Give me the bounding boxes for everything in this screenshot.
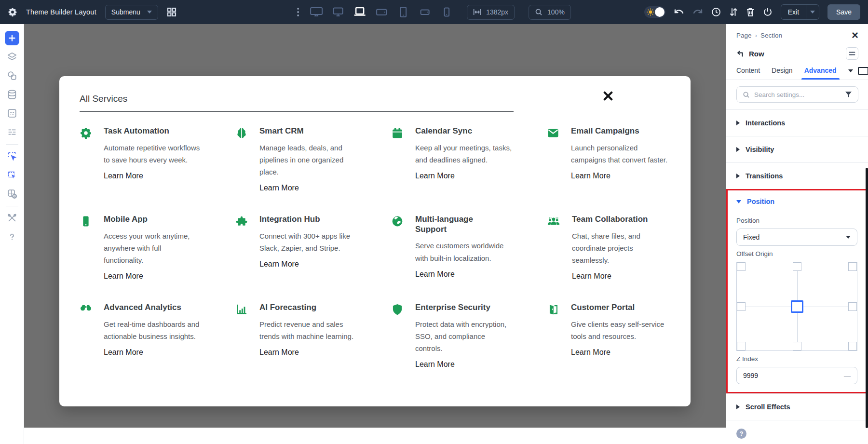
service-title: Advanced Analytics [104, 303, 193, 313]
learn-more-link[interactable]: Learn More [104, 272, 143, 281]
breadcrumb: Page › Section × [726, 24, 868, 40]
section-label: Interactions [746, 119, 785, 127]
builder-settings-gear-icon[interactable] [8, 7, 17, 17]
origin-anchor-middle-left[interactable] [737, 302, 746, 311]
origin-anchor-top-left[interactable] [737, 262, 746, 271]
position-select-value: Fixed [743, 233, 760, 241]
device-phone-portrait-icon[interactable] [439, 5, 454, 19]
canvas-width-input[interactable]: 1382px [467, 5, 515, 20]
tab-advanced[interactable]: Advanced [804, 67, 837, 80]
learn-more-link[interactable]: Learn More [104, 348, 143, 357]
history-clock-icon[interactable] [711, 7, 721, 17]
learn-more-link[interactable]: Learn More [259, 184, 299, 192]
learn-more-link[interactable]: Learn More [571, 172, 610, 180]
redo-icon[interactable] [692, 8, 703, 16]
submenu-dropdown[interactable]: Submenu [105, 5, 158, 20]
service-title: AI Forecasting [259, 303, 349, 313]
chevron-right-icon [736, 404, 740, 409]
sort-arrows-icon[interactable] [729, 7, 738, 17]
panel-close-icon[interactable]: × [852, 31, 858, 40]
design-shapes-icon[interactable] [5, 68, 19, 83]
apps-grid-icon[interactable] [167, 7, 176, 17]
position-select[interactable]: Fixed [736, 229, 857, 246]
modal-close-x-icon[interactable] [602, 90, 614, 102]
service-description: Serve customers worldwide with built-in … [415, 240, 504, 264]
position-section-title: Position [747, 198, 774, 205]
database-icon[interactable] [5, 87, 19, 102]
undo-icon[interactable] [674, 8, 684, 16]
collapsed-sections-bottom: Scroll Effects [726, 393, 868, 420]
learn-more-link[interactable]: Learn More [259, 348, 299, 357]
breadcrumb-page[interactable]: Page [736, 32, 752, 39]
service-title: Enterprise Security [415, 303, 504, 313]
origin-anchor-top-right[interactable] [848, 262, 857, 271]
learn-more-link[interactable]: Learn More [571, 348, 610, 357]
service-title: Customer Portal [571, 303, 660, 313]
section-interactions[interactable]: Interactions [726, 109, 868, 136]
panel-help-icon[interactable]: ? [736, 429, 746, 439]
light-dark-mode-toggle[interactable] [644, 6, 665, 18]
service-card: Enterprise SecurityProtect data with enc… [391, 303, 547, 391]
back-arrow-icon[interactable] [736, 50, 744, 57]
service-card: Customer PortalGive clients easy self-se… [547, 303, 703, 391]
panel-options-icon[interactable] [846, 47, 858, 60]
click-select-outline-icon[interactable] [5, 149, 19, 163]
position-section-header[interactable]: Position [736, 190, 857, 213]
learn-more-link[interactable]: Learn More [572, 272, 611, 281]
origin-anchor-middle-right[interactable] [848, 302, 857, 311]
device-desktop-icon[interactable] [331, 5, 345, 19]
help-icon[interactable] [5, 229, 19, 244]
learn-more-link[interactable]: Learn More [415, 270, 455, 279]
selected-node-title: Row [749, 50, 764, 58]
service-description: Give clients easy self-service tools and… [571, 318, 664, 342]
layout-history-icon[interactable] [5, 187, 19, 201]
exit-dropdown-chevron[interactable] [806, 5, 819, 19]
tab-content[interactable]: Content [736, 67, 760, 80]
device-tablet-landscape-icon[interactable] [374, 5, 389, 19]
device-desktop-large-icon[interactable] [309, 5, 324, 19]
layers-icon[interactable] [5, 50, 19, 64]
device-tablet-portrait-icon[interactable] [396, 5, 410, 19]
editor-canvas[interactable]: All Services Task AutomationAutomate rep… [24, 24, 726, 428]
origin-anchor-center-selected[interactable] [791, 300, 803, 313]
section-visibility[interactable]: Visibility [726, 136, 868, 162]
filter-funnel-icon[interactable] [845, 91, 852, 98]
device-laptop-icon-active[interactable] [353, 5, 367, 19]
settings-search-input[interactable] [754, 91, 841, 98]
service-description: Protect data with encryption, SSO, and c… [415, 318, 506, 355]
service-title: Calendar Sync [415, 126, 504, 136]
breadcrumb-section[interactable]: Section [760, 32, 782, 39]
device-phone-landscape-icon[interactable] [418, 5, 432, 19]
origin-anchor-top-center[interactable] [793, 262, 801, 271]
click-select-filled-icon[interactable] [5, 168, 19, 182]
exit-button[interactable]: Exit [781, 4, 819, 20]
origin-anchor-bottom-right[interactable] [848, 342, 857, 350]
trash-icon[interactable] [746, 7, 755, 17]
saved-rows-icon[interactable] [5, 125, 19, 139]
section-scroll-effects[interactable]: Scroll Effects [726, 393, 868, 420]
saved-modules-icon[interactable] [5, 106, 19, 121]
power-icon[interactable] [763, 7, 773, 17]
section-transitions[interactable]: Transitions [726, 162, 868, 189]
learn-more-link[interactable]: Learn More [104, 172, 143, 180]
origin-anchor-bottom-left[interactable] [737, 342, 746, 350]
learn-more-link[interactable]: Learn More [259, 260, 299, 269]
learn-more-link[interactable]: Learn More [415, 172, 455, 180]
tabs-dropdown-chevron-icon[interactable] [848, 69, 853, 72]
add-module-button[interactable] [5, 31, 19, 45]
responsive-preview-icon[interactable] [858, 67, 868, 75]
origin-anchor-bottom-center[interactable] [793, 342, 801, 350]
more-options-kebab-icon[interactable] [297, 8, 299, 16]
tools-icon[interactable] [5, 211, 19, 225]
panel-tabs: Content Design Advanced [726, 60, 868, 80]
shield-icon [391, 303, 404, 316]
learn-more-link[interactable]: Learn More [415, 360, 455, 369]
panel-scrollbar[interactable] [866, 168, 868, 428]
service-description: Manage leads, deals, and pipelines in on… [259, 142, 343, 178]
modal-title-underline [80, 111, 514, 112]
z-index-input[interactable] [743, 372, 844, 379]
z-index-field: — [736, 367, 857, 384]
canvas-zoom-input[interactable]: 100% [529, 5, 571, 20]
tab-design[interactable]: Design [772, 67, 793, 80]
save-button[interactable]: Save [827, 4, 860, 20]
